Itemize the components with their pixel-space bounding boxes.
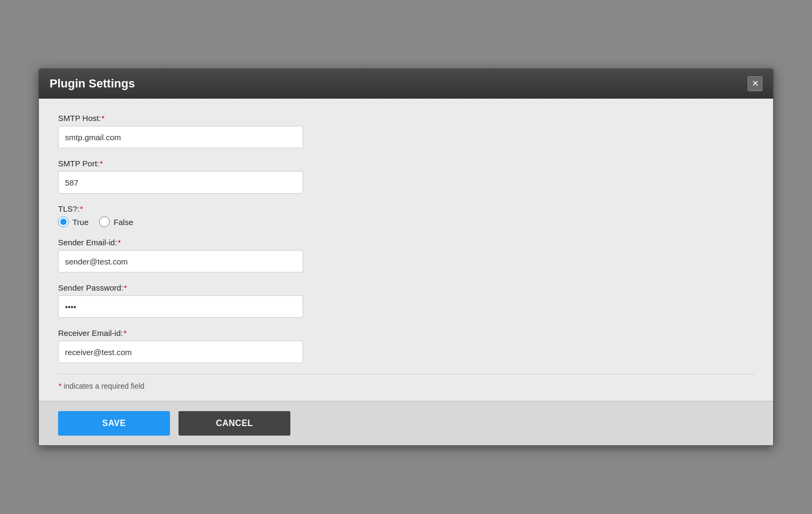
smtp-host-required-star: *	[102, 114, 105, 123]
tls-radio-group: True False	[58, 216, 754, 227]
sender-password-label: Sender Password:*	[58, 283, 754, 292]
receiver-email-label: Receiver Email-id:*	[58, 328, 754, 338]
save-button[interactable]: SAVE	[58, 411, 170, 436]
smtp-port-label: SMTP Port:*	[58, 159, 754, 168]
tls-true-option[interactable]: True	[58, 216, 88, 227]
sender-email-input[interactable]	[58, 250, 303, 272]
close-button[interactable]: ✕	[748, 76, 762, 91]
tls-group: TLS?:* True False	[58, 204, 754, 227]
sender-password-group: Sender Password:*	[58, 283, 754, 318]
tls-false-label: False	[113, 218, 133, 227]
smtp-host-label: SMTP Host:*	[58, 114, 754, 123]
tls-true-radio[interactable]	[58, 216, 69, 227]
sender-password-input[interactable]	[58, 295, 303, 318]
tls-label: TLS?:*	[58, 204, 754, 213]
smtp-port-input[interactable]	[58, 171, 303, 194]
smtp-host-group: SMTP Host:*	[58, 114, 754, 148]
tls-false-radio[interactable]	[99, 216, 110, 227]
sender-email-label: Sender Email-id:*	[58, 238, 754, 247]
dialog-body: SMTP Host:* SMTP Port:* TLS?:* True	[39, 99, 773, 401]
smtp-port-group: SMTP Port:*	[58, 159, 754, 194]
receiver-email-required-star: *	[124, 328, 127, 338]
smtp-port-required-star: *	[100, 159, 103, 168]
required-note: * indicates a required field	[58, 382, 754, 390]
plugin-settings-dialog: Plugin Settings ✕ SMTP Host:* SMTP Port:…	[38, 68, 774, 446]
dialog-footer: SAVE CANCEL	[39, 401, 773, 445]
tls-false-option[interactable]: False	[99, 216, 133, 227]
dialog-title: Plugin Settings	[50, 77, 135, 91]
form-divider	[58, 374, 754, 374]
tls-true-label: True	[72, 218, 88, 227]
receiver-email-group: Receiver Email-id:*	[58, 328, 754, 363]
tls-required-star: *	[80, 204, 83, 213]
sender-email-group: Sender Email-id:*	[58, 238, 754, 272]
cancel-button[interactable]: CANCEL	[178, 411, 290, 436]
dialog-header: Plugin Settings ✕	[39, 69, 773, 99]
receiver-email-input[interactable]	[58, 341, 303, 363]
sender-email-required-star: *	[118, 238, 121, 247]
sender-password-required-star: *	[124, 283, 127, 292]
smtp-host-input[interactable]	[58, 126, 303, 148]
